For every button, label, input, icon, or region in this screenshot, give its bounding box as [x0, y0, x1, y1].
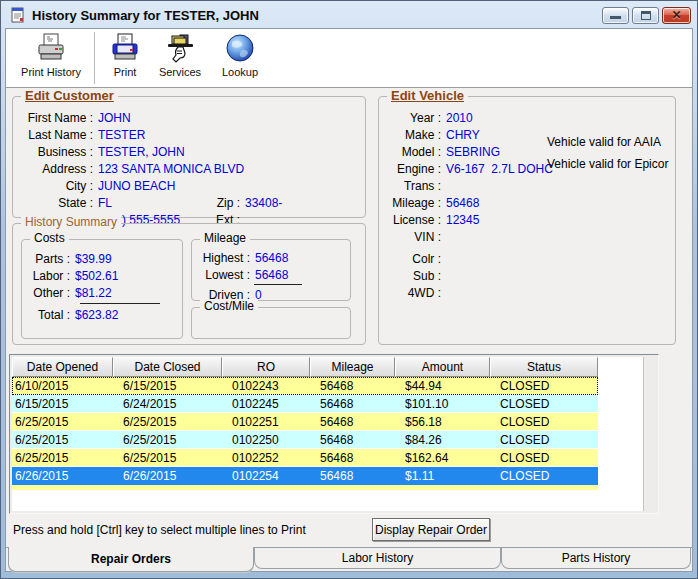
toolbar-button-label: Print History [21, 66, 81, 78]
field-4wd: 4WD : [379, 284, 675, 301]
field-first-name: First Name : JOHN [13, 109, 365, 126]
column-header-ro[interactable]: RO [222, 357, 310, 377]
costs-sum-line [80, 303, 160, 304]
field-address: Address : 123 SANTA MONICA BLVD [13, 160, 365, 177]
tab-labor-history[interactable]: Labor History [254, 548, 501, 569]
field-mileage: Mileage : 56468 [379, 194, 675, 211]
vehicle-valid-epicor-note: Vehicle valid for Epicor [547, 157, 668, 171]
costs-title: Costs [30, 231, 69, 245]
print-button[interactable]: Print [101, 32, 149, 84]
table-row[interactable]: 6/25/2015 6/25/2015 0102252 56468 $162.6… [12, 449, 598, 467]
cost-per-mile-groupbox: Cost/Mile [191, 307, 351, 339]
column-header-amount[interactable]: Amount [395, 357, 490, 377]
globe-icon [224, 32, 256, 64]
print-history-button[interactable]: Print History [14, 32, 88, 84]
toolbar-button-label: Print [114, 66, 137, 78]
field-last-name: Last Name : TESTER [13, 126, 365, 143]
printer-history-icon [35, 32, 67, 64]
services-button[interactable]: Services [149, 32, 211, 84]
table-row[interactable]: 6/25/2015 6/25/2015 0102251 56468 $56.18… [12, 413, 598, 431]
bottom-tab-bar: Repair Orders Labor History Parts Histor… [6, 547, 692, 573]
services-hand-icon [164, 32, 196, 64]
mileage-groupbox: Mileage Highest : 56468 Lowest : 56468 D… [191, 239, 351, 301]
close-button[interactable]: ✕ [662, 7, 691, 24]
history-summary-title: History Summary [21, 215, 121, 229]
window-controls: ✕ [602, 7, 691, 24]
toolbar-separator [94, 32, 95, 84]
field-city: City : JUNO BEACH [13, 177, 365, 194]
minimize-button[interactable] [602, 7, 629, 24]
table-row-selected[interactable]: 6/26/2015 6/26/2015 0102254 56468 $1.11 … [12, 467, 598, 485]
costs-groupbox: Costs Parts : $39.99 Labor : $502.61 Oth… [21, 239, 183, 339]
column-header-mileage[interactable]: Mileage [310, 357, 395, 377]
field-business: Business : TESTER, JOHN [13, 143, 365, 160]
column-header-date-closed[interactable]: Date Closed [113, 357, 222, 377]
tab-parts-history[interactable]: Parts History [501, 548, 691, 569]
mileage-title: Mileage [200, 231, 250, 245]
edit-customer-groupbox: Edit Customer First Name : JOHN Last Nam… [12, 96, 366, 218]
vehicle-fields: Year : 2010 Make : CHRY Model : SEBRING … [379, 97, 675, 301]
printer-icon [109, 32, 141, 64]
tab-repair-orders[interactable]: Repair Orders [8, 547, 254, 572]
customer-fields: First Name : JOHN Last Name : TESTER Bus… [13, 97, 365, 228]
repair-orders-list[interactable]: Date Opened Date Closed RO Mileage Amoun… [12, 357, 644, 511]
table-row[interactable]: 6/25/2015 6/25/2015 0102250 56468 $84.26… [12, 431, 598, 449]
field-year: Year : 2010 [379, 109, 675, 126]
mileage-sum-line [254, 284, 302, 285]
field-lowest-mileage: Lowest : 56468 [192, 266, 350, 283]
app-icon [10, 7, 26, 23]
table-row[interactable]: 6/10/2015 6/15/2015 0102243 56468 $44.94… [12, 377, 598, 395]
field-labor-cost: Labor : $502.61 [22, 267, 182, 284]
field-highest-mileage: Highest : 56468 [192, 249, 350, 266]
main-content: Edit Customer First Name : JOHN Last Nam… [6, 89, 692, 571]
table-header: Date Opened Date Closed RO Mileage Amoun… [12, 357, 643, 377]
column-header-status[interactable]: Status [490, 357, 598, 377]
app-frame: Print History Print [5, 28, 693, 572]
repair-orders-panel: Date Opened Date Closed RO Mileage Amoun… [9, 354, 659, 514]
lookup-button[interactable]: Lookup [211, 32, 269, 84]
edit-vehicle-link[interactable]: Edit Vehicle [387, 88, 468, 103]
multi-select-hint: Press and hold [Ctrl] key to select mult… [13, 523, 306, 537]
window-title: History Summary for TESTER, JOHN [32, 8, 602, 23]
history-summary-groupbox: History Summary Costs Parts : $39.99 Lab… [12, 223, 366, 345]
field-license: License : 12345 [379, 211, 675, 228]
titlebar[interactable]: History Summary for TESTER, JOHN ✕ [5, 3, 693, 27]
table-row[interactable]: 6/15/2015 6/24/2015 0102245 56468 $101.1… [12, 395, 598, 413]
display-repair-order-button[interactable]: Display Repair Order [372, 518, 490, 541]
field-total-cost: Total : $623.82 [22, 306, 182, 323]
edit-vehicle-groupbox: Edit Vehicle Year : 2010 Make : CHRY Mod… [378, 96, 676, 345]
field-parts-cost: Parts : $39.99 [22, 250, 182, 267]
field-sub: Sub : [379, 267, 675, 284]
column-header-date-opened[interactable]: Date Opened [12, 357, 113, 377]
field-other-cost: Other : $81.22 [22, 284, 182, 301]
field-state-zip: State : FL Zip : 33408- [13, 194, 365, 211]
vehicle-valid-aaia-note: Vehicle valid for AAIA [547, 135, 661, 149]
minimize-icon [610, 16, 621, 19]
toolbar: Print History Print [6, 29, 692, 88]
edit-customer-link[interactable]: Edit Customer [21, 88, 118, 103]
app-window: History Summary for TESTER, JOHN ✕ [0, 0, 698, 579]
close-icon: ✕ [671, 9, 681, 21]
field-trans: Trans : [379, 177, 675, 194]
field-vin: VIN : [379, 228, 675, 245]
maximize-icon [641, 11, 651, 20]
maximize-button[interactable] [632, 7, 659, 24]
partial-table-row [12, 485, 598, 490]
toolbar-button-label: Lookup [222, 66, 258, 78]
field-color: Colr : [379, 250, 675, 267]
toolbar-button-label: Services [159, 66, 201, 78]
cost-per-mile-title: Cost/Mile [200, 299, 258, 313]
